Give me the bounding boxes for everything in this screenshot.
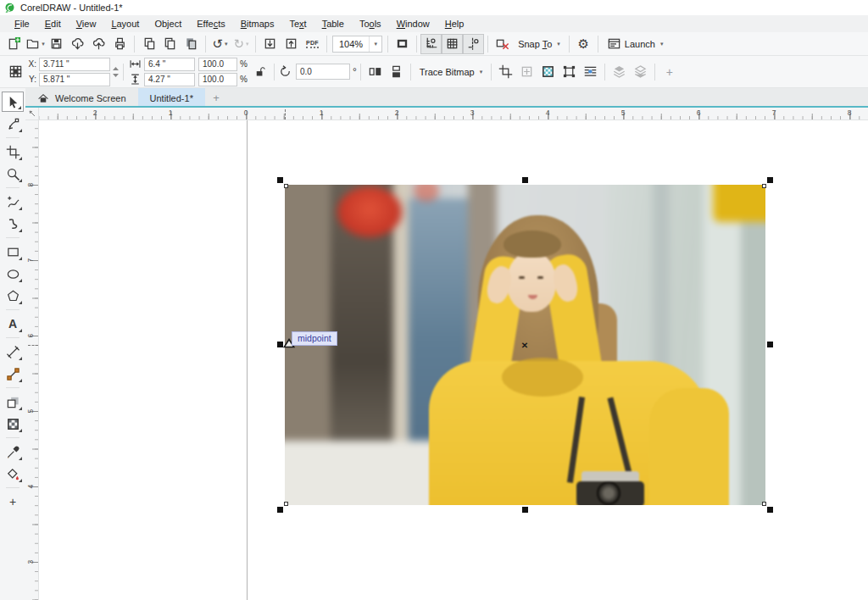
cut-button[interactable] xyxy=(138,34,159,54)
fullscreen-preview-button[interactable] xyxy=(392,34,413,54)
save-button[interactable] xyxy=(46,34,67,54)
trace-bitmap-button[interactable]: Trace Bitmap ▾ xyxy=(415,62,488,82)
transparency-tool-icon xyxy=(6,417,20,431)
object-width-field[interactable]: 6.4 " xyxy=(144,58,195,71)
xy-spinner[interactable] xyxy=(112,66,120,78)
zoom-level-combo[interactable]: 104%▾ xyxy=(332,36,382,53)
tab-untitled-1[interactable]: Untitled-1* xyxy=(138,88,205,108)
dimension-tool-button[interactable] xyxy=(2,342,24,362)
show-guidelines-button[interactable] xyxy=(463,34,484,54)
vertical-ruler[interactable]: 876543 xyxy=(25,120,39,600)
save-to-cloud-button[interactable] xyxy=(88,34,109,54)
options-gear-icon: ⚙ xyxy=(578,37,589,50)
undo-button[interactable]: ↺▾ xyxy=(209,34,231,54)
print-button[interactable] xyxy=(109,34,131,54)
connector-tool-button[interactable] xyxy=(2,364,24,384)
percent-label: % xyxy=(240,59,248,69)
selection-handle[interactable] xyxy=(522,507,528,513)
selection-handle[interactable] xyxy=(767,177,773,183)
interactive-fill-tool-button[interactable] xyxy=(2,464,24,484)
snap-off-button[interactable] xyxy=(492,34,513,54)
tab-welcome-screen[interactable]: Welcome Screen xyxy=(25,88,138,108)
zoom-tool-button[interactable] xyxy=(2,164,24,184)
customize-property-bar-button[interactable]: + xyxy=(659,62,680,82)
open-from-cloud-button[interactable] xyxy=(67,34,88,54)
menu-text[interactable]: Text xyxy=(281,16,314,31)
image-frame-button[interactable] xyxy=(559,62,580,82)
chevron-down-icon[interactable]: ▾ xyxy=(369,36,381,52)
copy-button[interactable] xyxy=(159,34,181,54)
crop-tool-button[interactable] xyxy=(2,142,24,162)
artistic-media-tool-button[interactable] xyxy=(2,214,24,234)
show-grid-button[interactable] xyxy=(442,34,463,54)
mirror-vertical-button[interactable] xyxy=(386,62,407,82)
horizontal-ruler[interactable]: 21012345678 xyxy=(39,108,868,120)
selection-handle[interactable] xyxy=(767,342,773,347)
x-position-field[interactable]: 3.711 " xyxy=(39,58,110,71)
pick-tool-button[interactable] xyxy=(2,92,24,112)
selection-handle[interactable] xyxy=(522,177,528,183)
transparency-tool-button[interactable] xyxy=(2,414,24,434)
toolbox-separator xyxy=(6,337,19,338)
ruler-number: 1 xyxy=(320,108,324,117)
menu-effects[interactable]: Effects xyxy=(189,16,232,31)
text-tool-button[interactable]: A xyxy=(2,314,24,334)
menu-bitmaps[interactable]: Bitmaps xyxy=(233,16,282,31)
menu-help[interactable]: Help xyxy=(437,16,472,31)
bitmap-mask-button[interactable] xyxy=(537,62,559,82)
ruler-number: 6 xyxy=(26,329,35,342)
crop-image-button[interactable] xyxy=(495,62,516,82)
object-height-field[interactable]: 4.27 " xyxy=(144,73,195,86)
selection-handle[interactable] xyxy=(277,507,283,513)
photo-corner-node[interactable] xyxy=(284,502,288,506)
redo-button: ↻▾ xyxy=(231,34,252,54)
import-button[interactable] xyxy=(259,34,281,54)
color-eyedropper-tool-button[interactable] xyxy=(2,442,24,462)
menu-view[interactable]: View xyxy=(69,16,104,31)
menu-layout[interactable]: Layout xyxy=(103,16,147,31)
undo-icon: ↺ xyxy=(212,37,223,50)
y-position-field[interactable]: 5.871 " xyxy=(39,73,110,86)
shape-tool-button[interactable] xyxy=(2,114,24,134)
paste-button[interactable] xyxy=(181,34,202,54)
photo-corner-node[interactable] xyxy=(762,502,766,506)
scale-horizontal-field[interactable]: 100.0 xyxy=(198,58,237,71)
open-folder-button[interactable]: ▾ xyxy=(25,34,46,54)
selection-handle[interactable] xyxy=(277,177,283,183)
options-gear-button[interactable]: ⚙ xyxy=(573,34,594,54)
new-document-icon xyxy=(7,36,21,51)
ruler-origin-button[interactable] xyxy=(25,108,39,120)
polygon-tool-button[interactable] xyxy=(2,286,24,306)
wrap-text-button[interactable] xyxy=(580,62,601,82)
new-document-button[interactable] xyxy=(3,34,25,54)
menu-window[interactable]: Window xyxy=(389,16,437,31)
rectangle-tool-button[interactable] xyxy=(2,242,24,262)
menu-object[interactable]: Object xyxy=(147,16,189,31)
menu-tools[interactable]: Tools xyxy=(352,16,389,31)
add-tool-button[interactable]: + xyxy=(2,492,24,512)
drop-shadow-tool-button[interactable] xyxy=(2,392,24,412)
menu-file[interactable]: File xyxy=(7,16,37,31)
photo-corner-node[interactable] xyxy=(762,184,766,188)
launch-button[interactable]: Launch▾ xyxy=(602,34,669,54)
mirror-horizontal-button[interactable] xyxy=(364,62,386,82)
menu-edit[interactable]: Edit xyxy=(37,16,69,31)
publish-pdf-button[interactable]: PDF xyxy=(302,34,323,54)
selection-handle[interactable] xyxy=(277,342,283,347)
drawing-canvas[interactable]: ✕ midpoint xyxy=(39,120,868,600)
freehand-tool-button[interactable] xyxy=(2,192,24,212)
scale-vertical-field[interactable]: 100.0 xyxy=(198,73,237,86)
rotation-angle-field[interactable]: 0.0 xyxy=(296,64,350,80)
ellipse-tool-button[interactable] xyxy=(2,264,24,284)
toolbar-separator xyxy=(487,36,488,53)
rectangle-tool-icon xyxy=(6,245,20,259)
object-order-group xyxy=(609,62,651,82)
lock-ratio-button[interactable] xyxy=(249,62,270,82)
new-document-tab-button[interactable]: + xyxy=(205,88,227,108)
menu-table[interactable]: Table xyxy=(314,16,352,31)
snap-to-button[interactable]: Snap To▾ xyxy=(513,34,565,54)
export-button[interactable] xyxy=(281,34,302,54)
selection-handle[interactable] xyxy=(767,507,773,513)
show-rulers-button[interactable] xyxy=(420,34,442,54)
photo-corner-node[interactable] xyxy=(284,184,288,188)
